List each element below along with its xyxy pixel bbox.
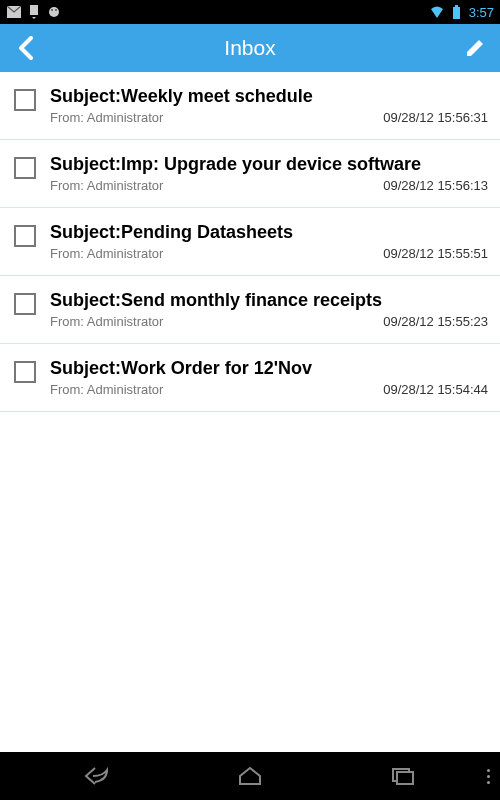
from-line: From: Administrator [50, 178, 163, 193]
list-item[interactable]: Subject: Weekly meet schedule From: Admi… [0, 72, 500, 140]
message-content: Subject: Imp: Upgrade your device softwa… [50, 154, 488, 193]
svg-point-4 [55, 9, 57, 11]
status-time: 3:57 [469, 5, 494, 20]
from-line: From: Administrator [50, 246, 163, 261]
checkbox[interactable] [14, 225, 36, 247]
list-item[interactable]: Subject: Imp: Upgrade your device softwa… [0, 140, 500, 208]
checkbox[interactable] [14, 89, 36, 111]
subject-text: Work Order for 12'Nov [121, 358, 312, 379]
svg-rect-1 [30, 5, 38, 15]
from-line: From: Administrator [50, 314, 163, 329]
android-status-bar: 3:57 [0, 0, 500, 24]
subject-label: Subject: [50, 86, 121, 107]
timestamp: 09/28/12 15:56:13 [383, 178, 488, 193]
compose-button[interactable] [460, 33, 490, 63]
list-item[interactable]: Subject: Send monthly finance receipts F… [0, 276, 500, 344]
timestamp: 09/28/12 15:55:51 [383, 246, 488, 261]
nav-overflow-button[interactable] [487, 769, 490, 784]
subject-text: Send monthly finance receipts [121, 290, 382, 311]
message-content: Subject: Work Order for 12'Nov From: Adm… [50, 358, 488, 397]
checkbox[interactable] [14, 361, 36, 383]
list-item[interactable]: Subject: Pending Datasheets From: Admini… [0, 208, 500, 276]
nav-back-button[interactable] [77, 756, 117, 796]
subject-text: Imp: Upgrade your device software [121, 154, 421, 175]
timestamp: 09/28/12 15:56:31 [383, 110, 488, 125]
checkbox[interactable] [14, 157, 36, 179]
subject-text: Weekly meet schedule [121, 86, 313, 107]
subject-label: Subject: [50, 358, 121, 379]
nav-home-button[interactable] [230, 756, 270, 796]
gmail-notif-icon [6, 4, 22, 20]
svg-rect-6 [455, 5, 458, 7]
timestamp: 09/28/12 15:55:23 [383, 314, 488, 329]
list-item[interactable]: Subject: Work Order for 12'Nov From: Adm… [0, 344, 500, 412]
subject-label: Subject: [50, 290, 121, 311]
message-content: Subject: Pending Datasheets From: Admini… [50, 222, 488, 261]
subject-label: Subject: [50, 222, 121, 243]
page-title: Inbox [40, 36, 460, 60]
android-notif-icon [46, 4, 62, 20]
svg-point-3 [51, 9, 53, 11]
wifi-icon [429, 4, 445, 20]
timestamp: 09/28/12 15:54:44 [383, 382, 488, 397]
back-button[interactable] [10, 33, 40, 63]
app-bar: Inbox [0, 24, 500, 72]
message-content: Subject: Send monthly finance receipts F… [50, 290, 488, 329]
checkbox[interactable] [14, 293, 36, 315]
android-nav-bar [0, 752, 500, 800]
subject-label: Subject: [50, 154, 121, 175]
svg-rect-5 [453, 7, 460, 19]
svg-point-2 [49, 7, 59, 17]
from-line: From: Administrator [50, 382, 163, 397]
battery-icon [449, 4, 465, 20]
subject-text: Pending Datasheets [121, 222, 293, 243]
from-line: From: Administrator [50, 110, 163, 125]
nav-recents-button[interactable] [383, 756, 423, 796]
svg-rect-8 [397, 772, 413, 784]
message-content: Subject: Weekly meet schedule From: Admi… [50, 86, 488, 125]
inbox-list: Subject: Weekly meet schedule From: Admi… [0, 72, 500, 412]
download-notif-icon [26, 4, 42, 20]
